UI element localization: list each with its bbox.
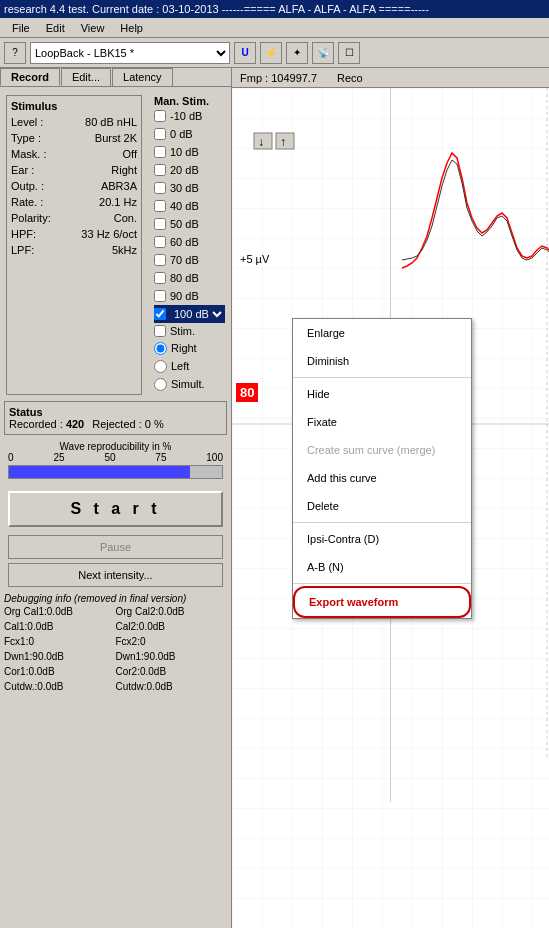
context-menu-item-4[interactable]: Create sum curve (merge) (293, 436, 471, 464)
svg-text:+5 µV: +5 µV (240, 253, 270, 265)
debug-col1-0: Org Cal1:0.0dB (4, 604, 116, 619)
wave-repro-title: Wave reproducibility in % (4, 441, 227, 452)
stim-type: Type :Burst 2K (11, 130, 137, 146)
stim-ear: Ear :Right (11, 162, 137, 178)
man-stim-box: Man. Stim. -10 dB0 dB10 dB20 dB30 dB40 d… (154, 95, 225, 395)
debug-col1-4: Cor1:0.0dB (4, 664, 116, 679)
menu-file[interactable]: File (4, 20, 38, 36)
ctx-separator-1 (293, 377, 471, 378)
toolbar-icon-u[interactable]: U (234, 42, 256, 64)
man-stim-item-1: 0 dB (154, 125, 225, 143)
context-menu-item-5[interactable]: Add this curve (293, 464, 471, 492)
title-bar: research 4.4 test. Current date : 03-10-… (0, 0, 549, 18)
ctx-separator-6 (293, 522, 471, 523)
man-stim-check-10[interactable] (154, 290, 166, 302)
debug-col1-3: Dwn1:90.0dB (4, 649, 116, 664)
man-stim-label-4: 30 dB (170, 182, 199, 194)
man-stim-check-7[interactable] (154, 236, 166, 248)
man-stim-item-4: 30 dB (154, 179, 225, 197)
toolbar-icon-lightning[interactable]: ⚡ (260, 42, 282, 64)
man-stim-label-9: 80 dB (170, 272, 199, 284)
man-stim-item-11: 100 dB (154, 305, 225, 323)
menu-edit[interactable]: Edit (38, 20, 73, 36)
stimulus-box: Stimulus Level :80 dB nHL Type :Burst 2K… (6, 95, 142, 395)
toolbar-icon-star[interactable]: ✦ (286, 42, 308, 64)
next-intensity-button[interactable]: Next intensity... (8, 563, 223, 587)
context-menu-item-1[interactable]: Diminish (293, 347, 471, 375)
stimulus-title: Stimulus (11, 100, 137, 112)
radio-simult: Simult. (154, 375, 217, 393)
debug-col1-1: Cal1:0.0dB (4, 619, 116, 634)
ctx-separator-8 (293, 583, 471, 584)
debug-col2-5: Cutdw:0.0dB (116, 679, 228, 694)
man-stim-check-2[interactable] (154, 146, 166, 158)
main-layout: Record Edit... Latency Stimulus Level :8… (0, 68, 549, 928)
toolbar-icon-question[interactable]: ? (4, 42, 26, 64)
man-stim-check-6[interactable] (154, 218, 166, 230)
menu-bar: File Edit View Help (0, 18, 549, 38)
debug-grid: Org Cal1:0.0dBOrg Cal2:0.0dBCal1:0.0dBCa… (4, 604, 227, 694)
context-menu-item-2[interactable]: Hide (293, 380, 471, 408)
stim-outp: Outp. :ABR3A (11, 178, 137, 194)
menu-view[interactable]: View (73, 20, 113, 36)
man-stim-label-7: 60 dB (170, 236, 199, 248)
context-menu-item-7[interactable]: Ipsi-Contra (D) (293, 525, 471, 553)
radio-simult-input[interactable] (154, 378, 167, 391)
man-stim-item-8: 70 dB (154, 251, 225, 269)
context-menu-item-9[interactable]: Export waveform (293, 586, 471, 618)
tabs: Record Edit... Latency (0, 68, 231, 87)
man-stim-label-10: 90 dB (170, 290, 199, 302)
wave-repro-scale: 0 25 50 75 100 (4, 452, 227, 463)
stim-lpf: LPF:5kHz (11, 242, 137, 258)
menu-help[interactable]: Help (112, 20, 151, 36)
stim-checkbox[interactable] (154, 325, 166, 337)
pause-button[interactable]: Pause (8, 535, 223, 559)
man-stim-check-11[interactable] (154, 308, 166, 320)
toolbar-icon-signal[interactable]: 📡 (312, 42, 334, 64)
tab-edit[interactable]: Edit... (61, 68, 111, 86)
man-stim-item-5: 40 dB (154, 197, 225, 215)
man-stim-check-3[interactable] (154, 164, 166, 176)
debug-col2-0: Org Cal2:0.0dB (116, 604, 228, 619)
status-recorded: Recorded : 420 (9, 418, 84, 430)
radio-right-label: Right (171, 339, 197, 357)
context-menu-item-8[interactable]: A-B (N) (293, 553, 471, 581)
man-stim-item-9: 80 dB (154, 269, 225, 287)
man-stim-select-11[interactable]: 100 dB (170, 305, 225, 323)
radio-right-input[interactable] (154, 342, 167, 355)
man-stim-check-1[interactable] (154, 128, 166, 140)
man-stim-check-5[interactable] (154, 200, 166, 212)
svg-text:↑: ↑ (280, 135, 286, 149)
radio-right: Right (154, 339, 217, 357)
stim-polarity: Polarity:Con. (11, 210, 137, 226)
wave-bar-container (8, 465, 223, 479)
debug-col2-4: Cor2:0.0dB (116, 664, 228, 679)
context-menu-item-6[interactable]: Delete (293, 492, 471, 520)
man-stim-label-5: 40 dB (170, 200, 199, 212)
man-stim-label-1: 0 dB (170, 128, 193, 140)
tab-latency[interactable]: Latency (112, 68, 173, 86)
man-stim-item-6: 50 dB (154, 215, 225, 233)
chart-header: Fmp : 104997.7 Reco (232, 68, 549, 88)
radio-group: Right Left Simult. (154, 339, 217, 393)
toolbar-icon-box[interactable]: ☐ (338, 42, 360, 64)
man-stim-check-8[interactable] (154, 254, 166, 266)
title-text: research 4.4 test. Current date : 03-10-… (4, 3, 429, 15)
wave-repro: Wave reproducibility in % 0 25 50 75 100 (4, 441, 227, 481)
context-menu-item-3[interactable]: Fixate (293, 408, 471, 436)
man-stim-check-4[interactable] (154, 182, 166, 194)
radio-left-input[interactable] (154, 360, 167, 373)
context-menu-item-0[interactable]: Enlarge (293, 319, 471, 347)
db-label: 80 (236, 383, 258, 402)
start-button[interactable]: S t a r t (8, 491, 223, 527)
device-combo[interactable]: LoopBack - LBK15 * (30, 42, 230, 64)
tab-record[interactable]: Record (0, 68, 60, 86)
man-stim-check-9[interactable] (154, 272, 166, 284)
man-stim-item-0: -10 dB (154, 107, 225, 125)
context-menu: EnlargeDiminishHideFixateCreate sum curv… (292, 318, 472, 619)
wave-bar (9, 466, 190, 478)
man-stim-label-0: -10 dB (170, 110, 202, 122)
man-stim-check-0[interactable] (154, 110, 166, 122)
man-stim-title: Man. Stim. (154, 95, 225, 107)
svg-text:↓: ↓ (258, 135, 264, 149)
